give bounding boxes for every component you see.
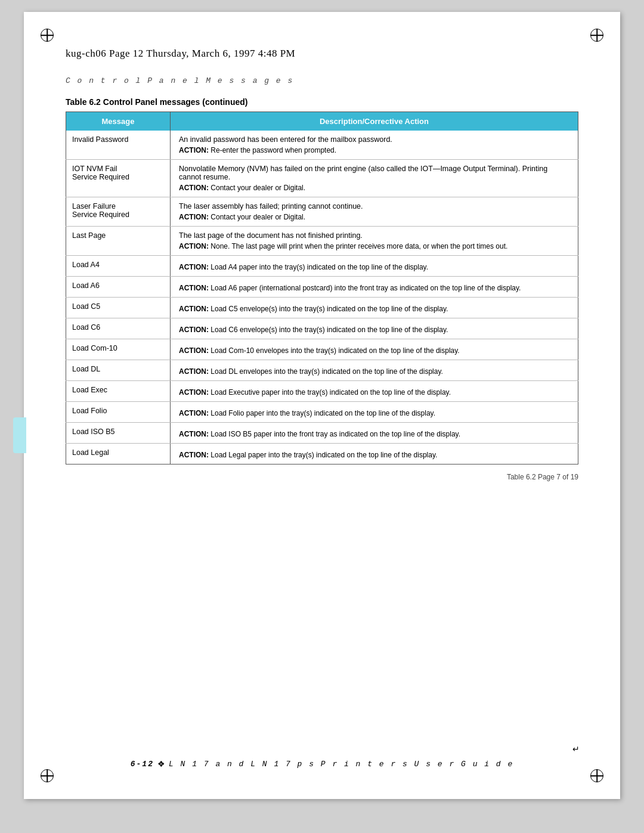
action-text: Load C5 envelope(s) into the tray(s) ind… [210, 305, 448, 313]
action-line: ACTION: Contact your dealer or Digital. [179, 184, 569, 192]
main-text: The laser assembly has failed; printing … [179, 202, 569, 210]
action-line: ACTION: Contact your dealer or Digital. [179, 213, 569, 221]
action-line: ACTION: Load A4 paper into the tray(s) i… [179, 263, 569, 271]
corner-arrow: ↵ [572, 744, 580, 754]
action-line: ACTION: Load C5 envelope(s) into the tra… [179, 305, 569, 313]
main-text: Nonvolatile Memory (NVM) has failed on t… [179, 165, 569, 181]
action-label: ACTION: [179, 326, 210, 334]
page-footer: 6-12 ❖ L N 1 7 a n d L N 1 7 p s P r i n… [66, 759, 578, 769]
table-row: Laser FailureService RequiredThe laser a… [66, 197, 578, 227]
action-text: Re-enter the password when prompted. [210, 146, 336, 154]
footer-bold: 6-12 [131, 760, 154, 769]
table-row: Load DLACTION: Load DL envelopes into th… [66, 360, 578, 381]
description-cell: ACTION: Load Com-10 envelopes into the t… [171, 339, 578, 360]
action-label: ACTION: [179, 184, 210, 192]
action-text: Load A6 paper (international postcard) i… [210, 284, 521, 292]
message-cell: Load C5 [66, 298, 171, 318]
table-row: Load A6ACTION: Load A6 paper (internatio… [66, 277, 578, 298]
action-line: ACTION: Load Folio paper into the tray(s… [179, 409, 569, 417]
table-row: Load ExecACTION: Load Executive paper in… [66, 381, 578, 402]
description-cell: ACTION: Load Folio paper into the tray(s… [171, 402, 578, 423]
action-label: ACTION: [179, 388, 210, 397]
action-text: Load Folio paper into the tray(s) indica… [210, 409, 435, 417]
message-cell: Load C6 [66, 318, 171, 339]
message-cell: Load Com-10 [66, 339, 171, 360]
table-row: Load C5ACTION: Load C5 envelope(s) into … [66, 298, 578, 318]
page-header: kug-ch06 Page 12 Thursday, March 6, 1997… [66, 48, 578, 60]
table-row: Invalid PasswordAn invalid password has … [66, 131, 578, 160]
description-cell: ACTION: Load A4 paper into the tray(s) i… [171, 256, 578, 277]
action-text: Contact your dealer or Digital. [210, 213, 305, 221]
description-cell: ACTION: Load C5 envelope(s) into the tra… [171, 298, 578, 318]
main-text: The last page of the document has not fi… [179, 231, 569, 240]
reg-mark-tl [41, 29, 54, 42]
description-cell: ACTION: Load C6 envelope(s) into the tra… [171, 318, 578, 339]
reg-mark-tr [590, 29, 603, 42]
action-label: ACTION: [179, 367, 210, 376]
action-line: ACTION: None. The last page will print w… [179, 242, 569, 250]
action-text: Load DL envelopes into the tray(s) indic… [210, 367, 443, 376]
table-row: Load A4ACTION: Load A4 paper into the tr… [66, 256, 578, 277]
table-footer-note: Table 6.2 Page 7 of 19 [66, 473, 578, 481]
action-text: None. The last page will print when the … [210, 242, 507, 250]
table-row: Load C6ACTION: Load C6 envelope(s) into … [66, 318, 578, 339]
reg-mark-br [590, 769, 603, 782]
action-label: ACTION: [179, 346, 210, 355]
description-cell: Nonvolatile Memory (NVM) has failed on t… [171, 160, 578, 197]
side-tab [13, 417, 26, 453]
action-line: ACTION: Load C6 envelope(s) into the tra… [179, 326, 569, 334]
page: kug-ch06 Page 12 Thursday, March 6, 1997… [24, 12, 620, 799]
description-cell: ACTION: Load ISO B5 paper into the front… [171, 423, 578, 444]
message-cell: Load A6 [66, 277, 171, 298]
action-text: Contact your dealer or Digital. [210, 184, 305, 192]
action-line: ACTION: Load Com-10 envelopes into the t… [179, 346, 569, 355]
table-row: Load ISO B5ACTION: Load ISO B5 paper int… [66, 423, 578, 444]
description-cell: An invalid password has been entered for… [171, 131, 578, 160]
message-cell: Load DL [66, 360, 171, 381]
action-text: Load Legal paper into the tray(s) indica… [210, 451, 437, 459]
action-line: ACTION: Load Legal paper into the tray(s… [179, 451, 569, 459]
action-text: Load ISO B5 paper into the front tray as… [210, 430, 460, 438]
action-text: Load Com-10 envelopes into the tray(s) i… [210, 346, 459, 355]
description-cell: ACTION: Load Legal paper into the tray(s… [171, 444, 578, 465]
footer-italic: L N 1 7 a n d L N 1 7 p s P r i n t e r … [169, 760, 513, 769]
message-cell: Last Page [66, 227, 171, 256]
action-label: ACTION: [179, 451, 210, 459]
action-text: Load C6 envelope(s) into the tray(s) ind… [210, 326, 448, 334]
action-text: Load A4 paper into the tray(s) indicated… [210, 263, 428, 271]
action-label: ACTION: [179, 305, 210, 313]
action-label: ACTION: [179, 146, 210, 154]
message-cell: Load ISO B5 [66, 423, 171, 444]
description-cell: The last page of the document has not fi… [171, 227, 578, 256]
action-line: ACTION: Re-enter the password when promp… [179, 146, 569, 154]
action-line: ACTION: Load A6 paper (international pos… [179, 284, 569, 292]
action-text: Load Executive paper into the tray(s) in… [210, 388, 451, 397]
message-cell: Load A4 [66, 256, 171, 277]
footer-diamond: ❖ [157, 759, 165, 769]
description-cell: The laser assembly has failed; printing … [171, 197, 578, 227]
message-cell: Load Exec [66, 381, 171, 402]
message-cell: Invalid Password [66, 131, 171, 160]
description-cell: ACTION: Load Executive paper into the tr… [171, 381, 578, 402]
action-line: ACTION: Load Executive paper into the tr… [179, 388, 569, 397]
table-row: Last PageThe last page of the document h… [66, 227, 578, 256]
action-label: ACTION: [179, 263, 210, 271]
action-label: ACTION: [179, 409, 210, 417]
message-cell: Load Legal [66, 444, 171, 465]
message-cell: Load Folio [66, 402, 171, 423]
action-line: ACTION: Load DL envelopes into the tray(… [179, 367, 569, 376]
reg-mark-bl [41, 769, 54, 782]
table-row: IOT NVM FailService RequiredNonvolatile … [66, 160, 578, 197]
action-label: ACTION: [179, 430, 210, 438]
action-line: ACTION: Load ISO B5 paper into the front… [179, 430, 569, 438]
description-cell: ACTION: Load A6 paper (international pos… [171, 277, 578, 298]
main-table: Message Description/Corrective Action In… [66, 112, 578, 465]
table-caption: Table 6.2 Control Panel messages (contin… [66, 97, 578, 107]
action-label: ACTION: [179, 284, 210, 292]
description-cell: ACTION: Load DL envelopes into the tray(… [171, 360, 578, 381]
action-label: ACTION: [179, 242, 210, 250]
table-row: Load FolioACTION: Load Folio paper into … [66, 402, 578, 423]
table-row: Load Com-10ACTION: Load Com-10 envelopes… [66, 339, 578, 360]
action-label: ACTION: [179, 213, 210, 221]
table-row: Load LegalACTION: Load Legal paper into … [66, 444, 578, 465]
